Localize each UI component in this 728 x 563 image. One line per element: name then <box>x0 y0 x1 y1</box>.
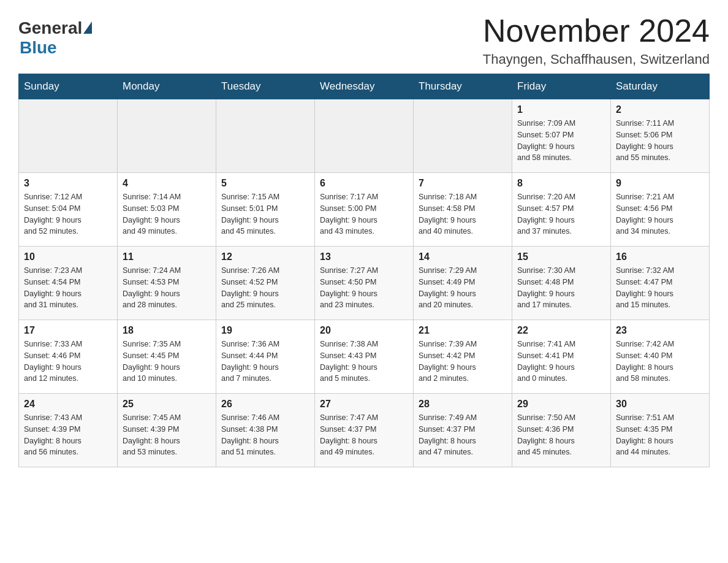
day-number: 24 <box>24 399 112 410</box>
calendar-cell <box>118 99 216 173</box>
day-number: 12 <box>221 251 309 262</box>
calendar-cell: 30Sunrise: 7:51 AM Sunset: 4:35 PM Dayli… <box>611 394 710 467</box>
day-number: 19 <box>221 325 309 336</box>
day-number: 10 <box>24 251 112 262</box>
day-info: Sunrise: 7:21 AM Sunset: 4:56 PM Dayligh… <box>616 191 704 237</box>
day-number: 16 <box>616 251 704 262</box>
day-info: Sunrise: 7:30 AM Sunset: 4:48 PM Dayligh… <box>517 265 605 311</box>
weekday-header-wednesday: Wednesday <box>315 74 414 99</box>
day-info: Sunrise: 7:27 AM Sunset: 4:50 PM Dayligh… <box>320 265 408 311</box>
calendar-row-1: 1Sunrise: 7:09 AM Sunset: 5:07 PM Daylig… <box>19 99 710 173</box>
calendar-table: SundayMondayTuesdayWednesdayThursdayFrid… <box>18 74 710 467</box>
day-number: 23 <box>616 325 704 336</box>
weekday-header-tuesday: Tuesday <box>216 74 315 99</box>
weekday-header-monday: Monday <box>118 74 216 99</box>
calendar-cell <box>414 99 512 173</box>
calendar-cell: 13Sunrise: 7:27 AM Sunset: 4:50 PM Dayli… <box>315 247 414 320</box>
calendar-cell: 27Sunrise: 7:47 AM Sunset: 4:37 PM Dayli… <box>315 394 414 467</box>
day-number: 11 <box>123 251 211 262</box>
day-number: 22 <box>517 325 605 336</box>
day-number: 4 <box>123 178 211 189</box>
calendar-cell <box>216 99 315 173</box>
day-info: Sunrise: 7:35 AM Sunset: 4:45 PM Dayligh… <box>123 339 211 385</box>
logo-blue-text: Blue <box>20 38 57 58</box>
calendar-cell: 20Sunrise: 7:38 AM Sunset: 4:43 PM Dayli… <box>315 320 414 394</box>
day-info: Sunrise: 7:11 AM Sunset: 5:06 PM Dayligh… <box>616 118 704 164</box>
day-info: Sunrise: 7:51 AM Sunset: 4:35 PM Dayligh… <box>616 412 704 458</box>
day-number: 28 <box>419 399 507 410</box>
calendar-cell: 10Sunrise: 7:23 AM Sunset: 4:54 PM Dayli… <box>19 247 118 320</box>
calendar-cell: 9Sunrise: 7:21 AM Sunset: 4:56 PM Daylig… <box>611 173 710 247</box>
calendar-cell: 25Sunrise: 7:45 AM Sunset: 4:39 PM Dayli… <box>118 394 216 467</box>
weekday-header-sunday: Sunday <box>19 74 118 99</box>
calendar-cell: 17Sunrise: 7:33 AM Sunset: 4:46 PM Dayli… <box>19 320 118 394</box>
title-block: November 2024 Thayngen, Schaffhausen, Sw… <box>483 12 710 67</box>
calendar-cell: 6Sunrise: 7:17 AM Sunset: 5:00 PM Daylig… <box>315 173 414 247</box>
logo-triangle-icon <box>83 21 92 34</box>
calendar-cell: 23Sunrise: 7:42 AM Sunset: 4:40 PM Dayli… <box>611 320 710 394</box>
calendar-cell: 15Sunrise: 7:30 AM Sunset: 4:48 PM Dayli… <box>512 247 611 320</box>
day-number: 5 <box>221 178 309 189</box>
day-info: Sunrise: 7:39 AM Sunset: 4:42 PM Dayligh… <box>419 339 507 385</box>
calendar-cell: 1Sunrise: 7:09 AM Sunset: 5:07 PM Daylig… <box>512 99 611 173</box>
day-number: 29 <box>517 399 605 410</box>
calendar-cell: 3Sunrise: 7:12 AM Sunset: 5:04 PM Daylig… <box>19 173 118 247</box>
day-number: 15 <box>517 251 605 262</box>
calendar-cell: 11Sunrise: 7:24 AM Sunset: 4:53 PM Dayli… <box>118 247 216 320</box>
day-number: 20 <box>320 325 408 336</box>
day-info: Sunrise: 7:47 AM Sunset: 4:37 PM Dayligh… <box>320 412 408 458</box>
day-number: 9 <box>616 178 704 189</box>
day-info: Sunrise: 7:18 AM Sunset: 4:58 PM Dayligh… <box>419 191 507 237</box>
day-number: 7 <box>419 178 507 189</box>
day-info: Sunrise: 7:46 AM Sunset: 4:38 PM Dayligh… <box>221 412 309 458</box>
calendar-cell: 19Sunrise: 7:36 AM Sunset: 4:44 PM Dayli… <box>216 320 315 394</box>
calendar-cell: 29Sunrise: 7:50 AM Sunset: 4:36 PM Dayli… <box>512 394 611 467</box>
calendar-cell: 21Sunrise: 7:39 AM Sunset: 4:42 PM Dayli… <box>414 320 512 394</box>
day-info: Sunrise: 7:12 AM Sunset: 5:04 PM Dayligh… <box>24 191 112 237</box>
day-info: Sunrise: 7:49 AM Sunset: 4:37 PM Dayligh… <box>419 412 507 458</box>
page-header: General Blue November 2024 Thayngen, Sch… <box>18 12 710 67</box>
calendar-row-4: 17Sunrise: 7:33 AM Sunset: 4:46 PM Dayli… <box>19 320 710 394</box>
day-number: 25 <box>123 399 211 410</box>
calendar-cell <box>315 99 414 173</box>
calendar-cell: 24Sunrise: 7:43 AM Sunset: 4:39 PM Dayli… <box>19 394 118 467</box>
day-info: Sunrise: 7:15 AM Sunset: 5:01 PM Dayligh… <box>221 191 309 237</box>
day-number: 21 <box>419 325 507 336</box>
weekday-header-row: SundayMondayTuesdayWednesdayThursdayFrid… <box>19 74 710 99</box>
calendar-cell <box>19 99 118 173</box>
day-number: 3 <box>24 178 112 189</box>
day-info: Sunrise: 7:24 AM Sunset: 4:53 PM Dayligh… <box>123 265 211 311</box>
weekday-header-thursday: Thursday <box>414 74 512 99</box>
day-number: 1 <box>517 104 605 115</box>
calendar-cell: 28Sunrise: 7:49 AM Sunset: 4:37 PM Dayli… <box>414 394 512 467</box>
day-info: Sunrise: 7:23 AM Sunset: 4:54 PM Dayligh… <box>24 265 112 311</box>
location-text: Thayngen, Schaffhausen, Switzerland <box>483 52 710 67</box>
day-info: Sunrise: 7:43 AM Sunset: 4:39 PM Dayligh… <box>24 412 112 458</box>
calendar-cell: 2Sunrise: 7:11 AM Sunset: 5:06 PM Daylig… <box>611 99 710 173</box>
calendar-row-5: 24Sunrise: 7:43 AM Sunset: 4:39 PM Dayli… <box>19 394 710 467</box>
calendar-cell: 7Sunrise: 7:18 AM Sunset: 4:58 PM Daylig… <box>414 173 512 247</box>
month-title: November 2024 <box>483 12 710 49</box>
day-info: Sunrise: 7:38 AM Sunset: 4:43 PM Dayligh… <box>320 339 408 385</box>
calendar-row-2: 3Sunrise: 7:12 AM Sunset: 5:04 PM Daylig… <box>19 173 710 247</box>
day-number: 13 <box>320 251 408 262</box>
calendar-cell: 8Sunrise: 7:20 AM Sunset: 4:57 PM Daylig… <box>512 173 611 247</box>
day-number: 6 <box>320 178 408 189</box>
calendar-cell: 18Sunrise: 7:35 AM Sunset: 4:45 PM Dayli… <box>118 320 216 394</box>
day-info: Sunrise: 7:14 AM Sunset: 5:03 PM Dayligh… <box>123 191 211 237</box>
day-info: Sunrise: 7:41 AM Sunset: 4:41 PM Dayligh… <box>517 339 605 385</box>
weekday-header-friday: Friday <box>512 74 611 99</box>
day-info: Sunrise: 7:32 AM Sunset: 4:47 PM Dayligh… <box>616 265 704 311</box>
day-number: 18 <box>123 325 211 336</box>
day-info: Sunrise: 7:29 AM Sunset: 4:49 PM Dayligh… <box>419 265 507 311</box>
calendar-cell: 22Sunrise: 7:41 AM Sunset: 4:41 PM Dayli… <box>512 320 611 394</box>
weekday-header-saturday: Saturday <box>611 74 710 99</box>
day-number: 26 <box>221 399 309 410</box>
day-number: 14 <box>419 251 507 262</box>
day-info: Sunrise: 7:42 AM Sunset: 4:40 PM Dayligh… <box>616 339 704 385</box>
day-info: Sunrise: 7:09 AM Sunset: 5:07 PM Dayligh… <box>517 118 605 164</box>
calendar-cell: 5Sunrise: 7:15 AM Sunset: 5:01 PM Daylig… <box>216 173 315 247</box>
logo-general-text: General <box>18 18 82 38</box>
day-info: Sunrise: 7:33 AM Sunset: 4:46 PM Dayligh… <box>24 339 112 385</box>
day-info: Sunrise: 7:26 AM Sunset: 4:52 PM Dayligh… <box>221 265 309 311</box>
